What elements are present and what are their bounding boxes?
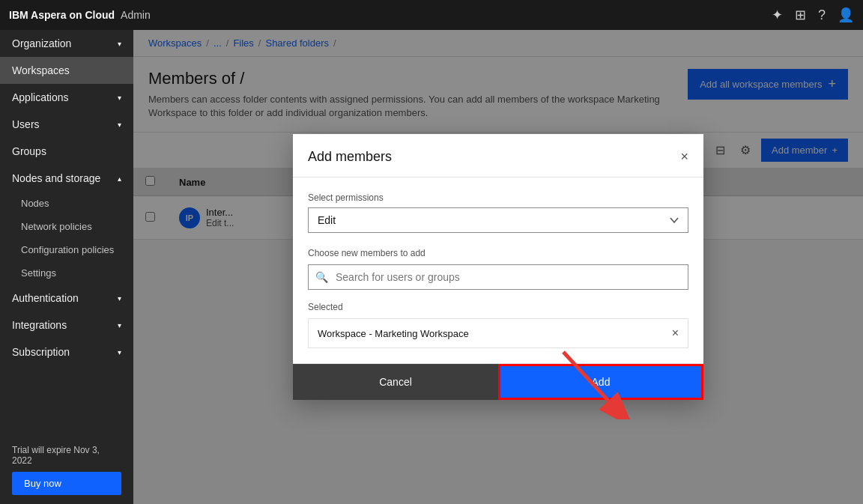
sidebar-item-applications[interactable]: Applications ▾ [0, 84, 133, 111]
content-area: Workspaces / ... / Files / Shared folder… [133, 30, 863, 504]
buy-now-button[interactable]: Buy now [12, 472, 121, 495]
sidebar: Organization ▾ Workspaces Applications ▾… [0, 30, 133, 504]
selected-label: Selected [308, 302, 688, 312]
activity-icon[interactable]: ✦ [772, 7, 783, 23]
sidebar-item-organization[interactable]: Organization ▾ [0, 30, 133, 57]
chevron-down-icon-auth: ▾ [118, 294, 121, 303]
add-members-modal: Add members × Select permissions Edit Vi… [293, 134, 703, 400]
sidebar-label-workspaces: Workspaces [12, 64, 70, 76]
modal-footer: Cancel Add [293, 363, 703, 400]
search-wrapper: 🔍 [308, 264, 688, 290]
modal-title: Add members [308, 149, 392, 165]
sidebar-bottom: Trial will expire Nov 3, 2022 Buy now [0, 436, 133, 504]
sidebar-item-settings[interactable]: Settings [0, 261, 133, 285]
sidebar-label-groups: Groups [12, 145, 46, 157]
sidebar-label-nodes: Nodes [21, 198, 49, 209]
modal-header: Add members × [293, 134, 703, 177]
modal-close-button[interactable]: × [680, 149, 688, 165]
sidebar-item-config-policies[interactable]: Configuration policies [0, 238, 133, 261]
sidebar-label-users: Users [12, 118, 40, 130]
modal-add-button[interactable]: Add [498, 364, 703, 400]
topbar-actions: ✦ ⊞ ? 👤 [772, 7, 854, 23]
choose-members-label: Choose new members to add [308, 248, 688, 258]
sidebar-item-subscription[interactable]: Subscription ▾ [0, 338, 133, 365]
trial-text: Trial will expire Nov 3, 2022 [12, 445, 121, 466]
topbar: IBM Aspera on Cloud Admin ✦ ⊞ ? 👤 [0, 0, 863, 30]
sidebar-label-integrations: Integrations [12, 319, 67, 331]
user-icon[interactable]: 👤 [838, 7, 854, 23]
sidebar-item-groups[interactable]: Groups [0, 138, 133, 165]
sidebar-label-config-policies: Configuration policies [21, 244, 114, 255]
chevron-down-icon-users: ▾ [118, 121, 121, 129]
permissions-label: Select permissions [308, 192, 688, 203]
brand-name: IBM Aspera on Cloud [9, 9, 115, 21]
chevron-down-icon-integrations: ▾ [118, 321, 121, 330]
sidebar-label-settings: Settings [21, 267, 56, 279]
permissions-select[interactable]: Edit View Owner [308, 207, 688, 233]
search-input[interactable] [308, 264, 688, 290]
modal-body: Select permissions Edit View Owner Choos… [293, 177, 703, 363]
sidebar-label-authentication: Authentication [12, 292, 79, 304]
chevron-down-icon-subscription: ▾ [118, 348, 121, 356]
sidebar-label-nodes-storage: Nodes and storage [12, 172, 100, 184]
chevron-down-icon: ▾ [118, 40, 121, 48]
apps-icon[interactable]: ⊞ [795, 7, 806, 23]
topbar-admin-label: Admin [121, 9, 151, 21]
sidebar-label-network-policies: Network policies [21, 221, 92, 232]
sidebar-item-authentication[interactable]: Authentication ▾ [0, 285, 133, 312]
main-layout: Organization ▾ Workspaces Applications ▾… [0, 30, 863, 504]
sidebar-item-nodes[interactable]: Nodes [0, 192, 133, 215]
selected-item: Workspace - Marketing Workspace × [308, 318, 688, 348]
remove-selected-button[interactable]: × [672, 327, 679, 340]
sidebar-label-applications: Applications [12, 91, 69, 103]
sidebar-label-organization: Organization [12, 37, 71, 49]
modal-overlay: Add members × Select permissions Edit Vi… [133, 30, 863, 504]
permissions-select-wrapper: Edit View Owner [308, 207, 688, 245]
sidebar-item-network-policies[interactable]: Network policies [0, 215, 133, 238]
sidebar-item-nodes-storage[interactable]: Nodes and storage ▴ [0, 165, 133, 192]
sidebar-item-integrations[interactable]: Integrations ▾ [0, 312, 133, 338]
chevron-down-icon-nodes: ▴ [118, 174, 121, 183]
topbar-brand-area: IBM Aspera on Cloud Admin [9, 9, 151, 21]
sidebar-label-subscription: Subscription [12, 346, 70, 358]
selected-item-text: Workspace - Marketing Workspace [318, 328, 469, 339]
search-icon: 🔍 [315, 271, 328, 283]
chevron-down-icon-applications: ▾ [118, 94, 121, 102]
modal-cancel-button[interactable]: Cancel [293, 364, 498, 400]
sidebar-item-users[interactable]: Users ▾ [0, 111, 133, 138]
sidebar-item-workspaces[interactable]: Workspaces [0, 57, 133, 84]
help-icon[interactable]: ? [818, 7, 826, 23]
